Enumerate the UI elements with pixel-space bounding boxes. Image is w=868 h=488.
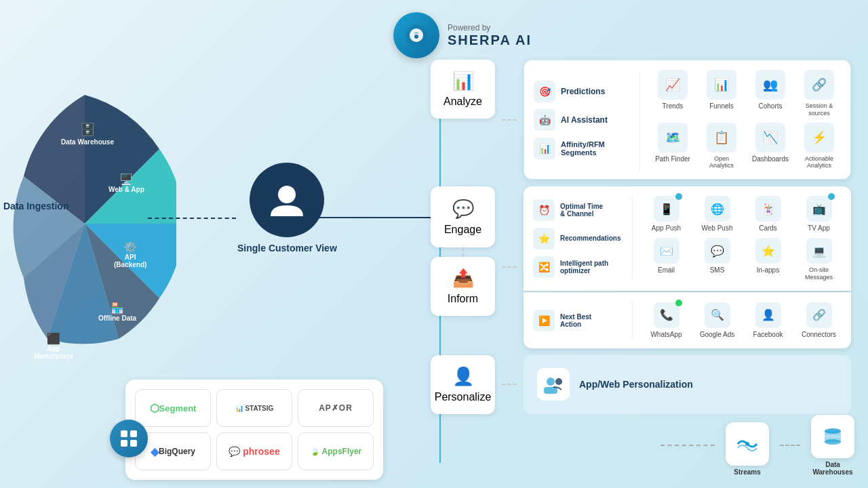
tv-app-label: TV App <box>808 224 830 232</box>
connectors-feature: 🔗 Connectors <box>796 302 842 339</box>
customer-view: Single Customer View <box>237 163 337 253</box>
app-push-icon: 📱 <box>654 196 679 222</box>
affinity-rfm-icon: 📊 <box>534 138 555 159</box>
whatsapp-label: WhatsApp <box>650 331 682 339</box>
in-apps-icon: ⭐ <box>755 238 781 264</box>
next-best-action-icon: ▶️ <box>533 310 555 331</box>
trends-label: Trends <box>663 102 684 110</box>
connectors-label: Connectors <box>802 331 836 339</box>
inform-panel: ▶️ Next BestAction 📞 WhatsApp <box>524 292 851 348</box>
on-site-messages-icon: 💻 <box>806 238 832 264</box>
segment-logo: ⬡ Segment <box>135 389 211 427</box>
predictions-label: Predictions <box>561 87 605 96</box>
analyze-section: 📊 Analyze 🎯 Predictions 🤖 AI Assistant <box>431 60 851 180</box>
customer-avatar <box>250 163 324 237</box>
analyze-h-connector <box>502 119 517 121</box>
analyze-left-features: 🎯 Predictions 🤖 AI Assistant 📊 Affinity/… <box>534 70 629 169</box>
path-finder-icon: 🗺️ <box>658 123 688 152</box>
intelligent-path-icon: 🔀 <box>533 256 555 278</box>
open-analytics-label: OpenAnalytics <box>709 155 734 170</box>
web-push-feature: 🌐 Web Push <box>694 196 740 232</box>
cohorts-label: Cohorts <box>758 102 782 110</box>
ai-assistant-label: AI Assistant <box>561 115 608 125</box>
personalize-h-connector <box>502 384 517 385</box>
data-warehouse-label: 🗄️ Data Warehouse <box>61 122 114 146</box>
recommendations-label: Recommendations <box>560 235 620 242</box>
ai-assistant-icon: 🤖 <box>534 109 555 131</box>
right-panel: 📊 Analyze 🎯 Predictions 🤖 AI Assistant <box>431 60 851 422</box>
marketplace-logos-panel: ⬡ Segment 📊 STATSIG AP✗OR ◆ BigQuery 💬 p… <box>125 380 383 480</box>
sherpa-icon <box>393 12 439 58</box>
svg-rect-12 <box>121 430 127 437</box>
web-push-icon: 🌐 <box>705 196 730 222</box>
engage-button[interactable]: 💬 Engage <box>431 186 495 247</box>
predictions-icon: 🎯 <box>534 81 555 102</box>
svg-rect-13 <box>130 430 137 437</box>
personalize-panel: App/Web Personalization <box>524 355 851 414</box>
optimal-time-feature: ⏰ Optimal Time& Channel <box>533 199 621 221</box>
svg-point-3 <box>278 186 296 203</box>
tv-app-feature: 📺 TV App <box>796 196 842 232</box>
personalize-button[interactable]: 👤 Personalize <box>431 355 495 414</box>
recommendations-icon: ⭐ <box>533 228 555 249</box>
next-best-action-feature: ▶️ Next BestAction <box>533 310 621 331</box>
facebook-label: Facebook <box>753 331 783 339</box>
api-backend-label: ⚙️ API(Backend) <box>114 241 146 268</box>
inform-right-grid: 📞 WhatsApp 🔍 Google Ads 👤 Facebook <box>644 302 842 339</box>
path-finder-label: Path Finder <box>655 155 690 163</box>
svg-rect-14 <box>121 440 127 447</box>
analyze-button[interactable]: 📊 Analyze <box>431 60 495 119</box>
analyze-icon: 📊 <box>452 70 474 92</box>
facebook-icon: 👤 <box>755 302 781 328</box>
sms-label: SMS <box>710 266 725 274</box>
funnels-icon: 📊 <box>707 70 736 100</box>
email-icon: ✉️ <box>654 238 679 264</box>
google-ads-icon: 🔍 <box>705 302 730 328</box>
apxor-logo: AP✗OR <box>298 389 374 427</box>
tv-app-icon: 📺 <box>806 196 832 222</box>
left-connector-line <box>148 218 236 219</box>
intelligent-path-feature: 🔀 Intelligent pathoptimizer <box>533 256 621 278</box>
personalize-feature-icon <box>537 368 570 401</box>
svg-point-4 <box>547 378 555 386</box>
dw-dotted-line <box>780 445 800 446</box>
customer-label: Single Customer View <box>237 243 337 253</box>
marketplace-circle-button[interactable] <box>110 420 148 458</box>
sms-feature: 💬 SMS <box>694 238 740 281</box>
inform-button[interactable]: 📤 Inform <box>431 257 495 316</box>
engage-divider <box>632 196 633 281</box>
streams-tool: Streams <box>726 422 769 476</box>
cards-icon: 🃏 <box>755 196 781 222</box>
sms-icon: 💬 <box>705 238 730 264</box>
engage-panel: ⏰ Optimal Time& Channel ⭐ Recommendation… <box>524 186 851 291</box>
open-analytics-icon: 📋 <box>707 123 736 152</box>
whatsapp-icon: 📞 <box>654 302 679 328</box>
dashboards-label: Dashboards <box>752 155 789 163</box>
data-warehouses-icon-box <box>811 415 854 458</box>
google-ads-label: Google Ads <box>700 331 735 339</box>
sherpa-text: Powered by SHERPA AI <box>448 23 532 48</box>
engage-inform-panel: ⏰ Optimal Time& Channel ⭐ Recommendation… <box>524 186 851 348</box>
dashboards-icon: 📉 <box>755 123 785 152</box>
analyze-divider <box>639 70 640 169</box>
svg-point-6 <box>555 378 562 385</box>
bottom-tools: Streams DataWarehouses <box>660 415 854 476</box>
optimal-time-icon: ⏰ <box>533 199 555 221</box>
inform-icon: 📤 <box>452 268 474 289</box>
email-label: Email <box>658 266 675 274</box>
engage-right-grid: 📱 App Push 🌐 Web Push 🃏 Cards <box>644 196 842 281</box>
dashboards-feature: 📉 Dashboards <box>749 123 792 170</box>
facebook-feature: 👤 Facebook <box>745 302 791 339</box>
actionable-analytics-feature: ⚡ ActionableAnalytics <box>797 123 841 170</box>
offline-data-label: 🏪 Offline Data <box>98 302 136 322</box>
funnels-feature: 📊 Funnels <box>700 70 743 117</box>
inform-divider <box>632 302 633 339</box>
engage-inform-buttons: 💬 Engage 📤 Inform <box>431 186 495 348</box>
engage-label: Engage <box>444 224 481 236</box>
predictions-feature: 🎯 Predictions <box>534 81 629 102</box>
cards-feature: 🃏 Cards <box>745 196 791 232</box>
trends-feature: 📈 Trends <box>651 70 694 117</box>
web-app-label: 🖥️ Web & App <box>108 173 144 193</box>
engage-left-features: ⏰ Optimal Time& Channel ⭐ Recommendation… <box>533 196 621 281</box>
data-ingestion-diagram: 🗄️ Data Warehouse 🖥️ Web & App ⚙️ API(Ba… <box>0 41 176 420</box>
